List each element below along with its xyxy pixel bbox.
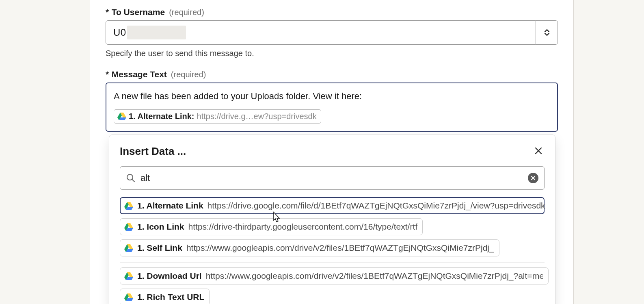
- svg-line-4: [132, 180, 135, 182]
- google-drive-icon: [124, 202, 133, 210]
- to-username-label-row: * To Username (required): [106, 7, 558, 17]
- to-username-required: (required): [169, 8, 204, 17]
- required-asterisk: * To Username: [106, 7, 165, 17]
- message-text-label: Message Text: [112, 69, 167, 79]
- result-value: https://www.googleapis.com/drive/v2/file…: [206, 271, 543, 281]
- results-divider: [120, 262, 545, 263]
- to-username-input[interactable]: U0: [106, 20, 536, 45]
- google-drive-icon: [117, 112, 126, 120]
- close-button[interactable]: [532, 145, 545, 158]
- search-icon: [126, 173, 136, 183]
- result-label: 1. Alternate Link: [137, 201, 203, 211]
- insert-data-popover: Insert Data ... 1. Alternate Link https:…: [109, 135, 555, 304]
- google-drive-icon: [124, 293, 133, 301]
- result-alternate-link[interactable]: 1. Alternate Link https://drive.google.c…: [120, 197, 545, 214]
- popover-header: Insert Data ...: [120, 145, 545, 158]
- result-download-url[interactable]: 1. Download Url https://www.googleapis.c…: [120, 267, 549, 284]
- chip-value: https://drive.g…ew?usp=drivesdk: [197, 112, 317, 121]
- result-value: https://drive-thirdparty.googleuserconte…: [188, 222, 418, 232]
- result-label: 1. Icon Link: [137, 222, 184, 232]
- result-value: https://www.googleapis.com/drive/v2/file…: [186, 243, 494, 253]
- chevron-down-icon: [544, 33, 550, 36]
- inserted-data-chip[interactable]: 1. Alternate Link: https://drive.g…ew?us…: [114, 109, 321, 124]
- result-label: 1. Self Link: [137, 243, 182, 253]
- to-username-help: Specify the user to send this message to…: [106, 49, 558, 58]
- to-username-field: U0: [106, 20, 558, 45]
- to-username-redacted: [127, 26, 186, 39]
- chip-label: 1. Alternate Link:: [129, 112, 194, 121]
- result-value: https://drive.google.com/file/d/1BEtf7qW…: [207, 201, 545, 211]
- google-drive-icon: [124, 272, 133, 280]
- results-list: 1. Alternate Link https://drive.google.c…: [120, 197, 545, 304]
- message-text-required: (required): [171, 70, 206, 79]
- message-text-label-row: * Message Text (required): [106, 69, 558, 79]
- clear-search-button[interactable]: [528, 173, 538, 183]
- to-username-label: To Username: [112, 7, 165, 17]
- popover-title: Insert Data ...: [120, 145, 186, 158]
- google-drive-icon: [124, 244, 133, 252]
- search-input[interactable]: [140, 173, 523, 183]
- result-icon-link[interactable]: 1. Icon Link https://drive-thirdparty.go…: [120, 218, 423, 235]
- to-username-stepper[interactable]: [536, 20, 558, 45]
- chevron-up-icon: [544, 29, 550, 33]
- result-label: 1. Rich Text URL: [137, 292, 204, 302]
- result-label: 1. Download Url: [137, 271, 202, 281]
- required-asterisk: * Message Text: [106, 69, 167, 79]
- search-field[interactable]: [120, 166, 545, 190]
- result-self-link[interactable]: 1. Self Link https://www.googleapis.com/…: [120, 239, 499, 256]
- result-rich-text-url[interactable]: 1. Rich Text URL: [120, 289, 210, 304]
- google-drive-icon: [124, 223, 133, 231]
- close-icon: [534, 146, 543, 155]
- clear-icon: [531, 176, 536, 180]
- to-username-value-prefix: U0: [113, 27, 126, 38]
- message-body-text: A new file has been added to your Upload…: [114, 90, 550, 103]
- message-text-input[interactable]: A new file has been added to your Upload…: [106, 83, 558, 132]
